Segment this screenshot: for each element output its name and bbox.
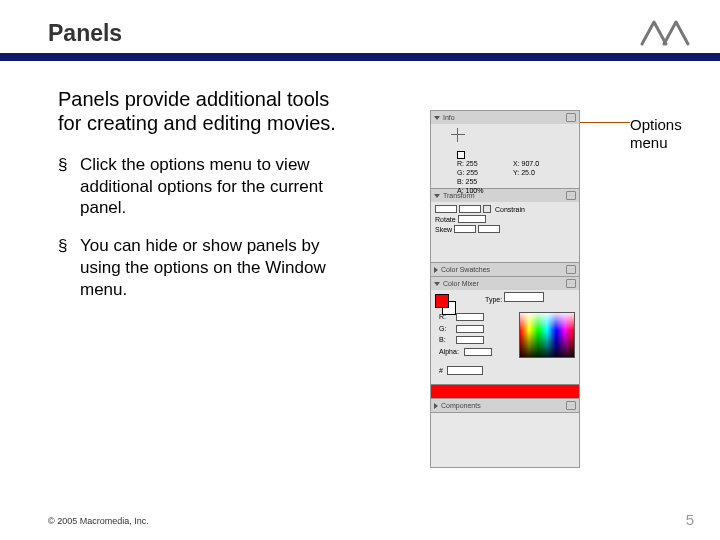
constrain-label: Constrain [495,206,525,213]
panel-title: Color Mixer [443,280,479,287]
panel-title: Info [443,114,455,121]
expand-icon [434,267,438,273]
logo-icon [636,14,694,50]
panel-title: Components [441,402,481,409]
info-r: R: 255 [457,160,478,167]
options-menu-icon [566,279,576,288]
r-input [456,313,484,321]
collapse-icon [434,116,440,120]
collapse-icon [434,194,440,198]
hex-label: # [439,367,443,374]
type-dropdown [504,292,544,302]
crosshair-icon [451,128,465,142]
info-g: G: 255 [457,169,478,176]
mixer-r-label: R: [439,312,453,323]
b-input [456,336,484,344]
info-b: B: 255 [457,178,477,185]
mixer-alpha-label: Alpha: [439,347,461,358]
rotate-input [458,215,486,223]
page-title: Panels [48,20,720,47]
intro-text: Panels provide additional tools for crea… [58,87,358,136]
color-swatches-panel-header: Color Swatches [431,263,579,276]
callout-leader-line [574,122,630,123]
hex-input [447,366,483,375]
panels-screenshot: Info R: 255 G: 255 B: 255 A: 100% X: 907… [430,110,580,468]
options-menu-icon [566,401,576,410]
bullet-item: Click the options menu to view additiona… [58,154,358,219]
color-picker [519,312,575,358]
height-input [459,205,481,213]
skew-h-input [454,225,476,233]
options-menu-icon [566,191,576,200]
rotate-label: Rotate [435,216,456,223]
components-panel-header: Components [431,399,579,412]
transform-panel-header: Transform [431,189,579,202]
callout-label: Options menu [630,116,700,152]
width-input [435,205,457,213]
page-number: 5 [686,511,694,528]
g-input [456,325,484,333]
panel-title: Color Swatches [441,266,490,273]
alpha-input [464,348,492,356]
info-x: X: 907.0 [513,160,539,167]
expand-icon [434,403,438,409]
divider-bar [0,53,720,61]
collapse-icon [434,282,440,286]
color-preview [431,384,579,398]
mixer-g-label: G: [439,324,453,335]
options-menu-icon [566,113,576,122]
skew-label: Skew [435,226,452,233]
type-label: Type: [485,296,502,303]
color-mixer-panel-header: Color Mixer [431,277,579,290]
info-y: Y: 25.0 [513,169,535,176]
skew-v-input [478,225,500,233]
bullet-item: You can hide or show panels by using the… [58,235,358,300]
options-menu-icon [566,265,576,274]
info-a: A: 100% [457,187,483,194]
info-panel-header: Info [431,111,579,124]
copyright-footer: © 2005 Macromedia, Inc. [48,516,149,526]
constrain-checkbox [483,205,491,213]
color-swatch-icon [457,151,465,159]
mixer-b-label: B: [439,335,453,346]
